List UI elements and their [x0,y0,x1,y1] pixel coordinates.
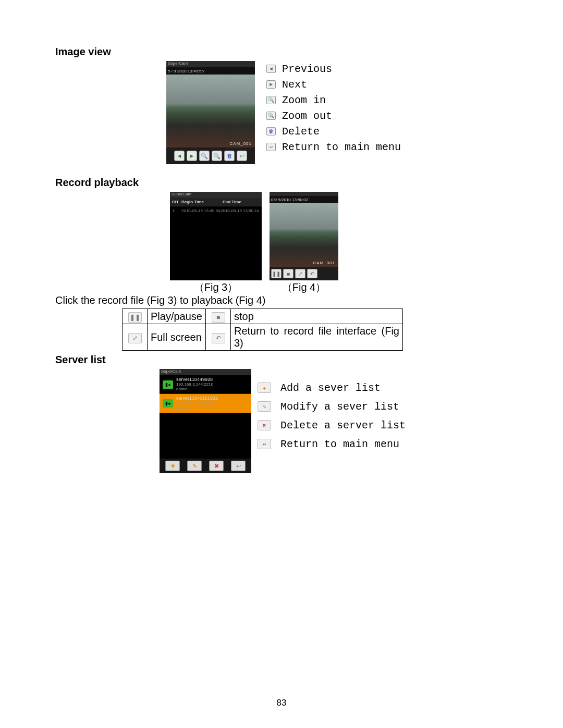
server-icon: ▮◂ [163,399,173,408]
phone-screenshot-image-view: SuperCam 5 / 9 2010 13:49:55 CAM_001 ◄ ►… [166,61,255,164]
section-title-record-playback: Record playback [55,177,508,189]
fullscreen-icon: ⤢ [128,333,142,343]
return-icon: ↶ [212,333,225,343]
server-list-row: SuperCam ▮◂ server110449928 192.168.3.14… [160,369,508,473]
delete-icon: 🗑 [266,127,276,135]
app-title-bar: SuperCam [170,192,262,198]
playback-image: CAM_001 [270,203,338,267]
delete-icon[interactable]: 🗑 [224,151,235,161]
header-begin: Begin Time [179,198,221,206]
modify-icon[interactable]: ✎ [187,461,202,471]
legend-delete: Delete [282,126,320,138]
stop-icon[interactable]: ■ [283,269,293,278]
camera-label: CAM_001 [313,261,335,265]
phone-screenshot-record-list: SuperCam CH Begin Time End Time 1 2010-0… [170,192,262,280]
add-icon: ✚ [258,382,271,393]
legend-previous: Previous [282,63,332,75]
section-title-image-view: Image view [55,46,508,58]
fig3-caption: （Fig 3） [170,280,262,294]
click-instruction: Click the record file (Fig 3) to playbac… [55,294,508,306]
return-icon[interactable]: ↩ [231,461,246,471]
legend-zoom-in: Zoom in [282,94,326,106]
cell-begin: 2010-05-19 13:49:58 [181,208,221,213]
server-toolbar: ✚ ✎ ✖ ↩ [160,459,251,473]
legend-add: Add a sever list [280,382,381,394]
server-item-selected[interactable]: ▮◂ server11045161922 119.122.47.190:9000… [160,394,251,413]
server-item[interactable]: ▮◂ server110449928 192.168.3.144:2210 ad… [160,375,251,394]
modify-icon: ✎ [258,401,271,412]
status-bar [270,192,338,196]
header-ch: CH [170,198,179,206]
playback-timestamp: 05/ 9/2010 13:50:02 [270,196,338,203]
record-table-header: CH Begin Time End Time [170,198,262,206]
app-title-bar: SuperCam [160,369,251,375]
timestamp-bar: 5 / 9 2010 13:49:55 [166,67,255,75]
legend-return: Return to main menu [282,141,401,153]
app-title-bar: SuperCam [166,61,255,67]
image-view-legend: ◄Previous ►Next 🔍Zoom in 🔍Zoom out 🗑Dele… [266,61,401,155]
legend-return: Return to main menu [280,438,399,450]
zoom-in-icon[interactable]: 🔍 [199,151,210,161]
server-user: admin [176,406,218,411]
return-icon: ↩ [258,439,271,449]
delete-icon: ✖ [258,420,271,430]
phone-screenshot-playback: 05/ 9/2010 13:50:02 CAM_001 ❚❚ ■ ⤢ ↶ [270,192,338,280]
playback-toolbar: ❚❚ ■ ⤢ ↶ [270,267,338,280]
image-view-row: SuperCam 5 / 9 2010 13:49:55 CAM_001 ◄ ►… [55,61,508,164]
return-icon[interactable]: ↩ [237,151,247,161]
label-play-pause: Play/pause [148,309,206,324]
cell-ch: 1 [172,208,181,213]
legend-next: Next [282,79,307,91]
figure-caption-row: （Fig 3） （Fig 4） [170,280,508,294]
legend-delete: Delete a server list [280,419,406,431]
server-icon: ▮◂ [163,380,173,389]
server-user: admin [176,387,213,392]
record-table-row[interactable]: 1 2010-05-19 13:49:58 2010-05-19 13:50:1… [170,206,262,215]
play-pause-icon: ❚❚ [128,312,142,323]
previous-icon: ◄ [266,65,276,73]
play-pause-icon[interactable]: ❚❚ [271,269,282,278]
return-icon: ↩ [266,143,276,151]
zoom-in-icon: 🔍 [266,96,276,104]
record-playback-row: SuperCam CH Begin Time End Time 1 2010-0… [170,192,508,280]
delete-icon[interactable]: ✖ [209,461,224,471]
label-return: Return to record file interface (Fig 3) [231,324,403,351]
stop-icon: ■ [212,312,225,323]
server-list-legend: ✚Add a sever list ✎Modify a sever list ✖… [258,378,406,453]
label-stop: stop [231,309,403,324]
section-title-server-list: Server list [55,354,508,366]
zoom-out-icon[interactable]: 🔍 [212,151,222,161]
zoom-out-icon: 🔍 [266,112,276,120]
camera-image: CAM_001 [166,75,255,147]
legend-modify: Modify a sever list [280,401,399,413]
previous-icon[interactable]: ◄ [174,151,185,161]
legend-zoom-out: Zoom out [282,110,332,122]
fullscreen-icon[interactable]: ⤢ [295,269,305,278]
page-number: 83 [0,698,563,708]
phone-screenshot-server-list: SuperCam ▮◂ server110449928 192.168.3.14… [160,369,251,473]
next-icon[interactable]: ► [187,151,197,161]
header-end: End Time [221,198,262,206]
label-full-screen: Full screen [148,324,206,351]
cell-end: 2010-05-19 13:50:10 [221,208,260,213]
next-icon: ► [266,80,276,89]
image-view-toolbar: ◄ ► 🔍 🔍 🗑 ↩ [166,147,255,164]
return-icon[interactable]: ↶ [307,269,317,278]
add-icon[interactable]: ✚ [165,461,180,471]
camera-label: CAM_001 [229,141,252,146]
fig4-caption: （Fig 4） [270,280,338,294]
playback-button-table: ❚❚ Play/pause ■ stop ⤢ Full screen ↶ Ret… [122,309,403,351]
